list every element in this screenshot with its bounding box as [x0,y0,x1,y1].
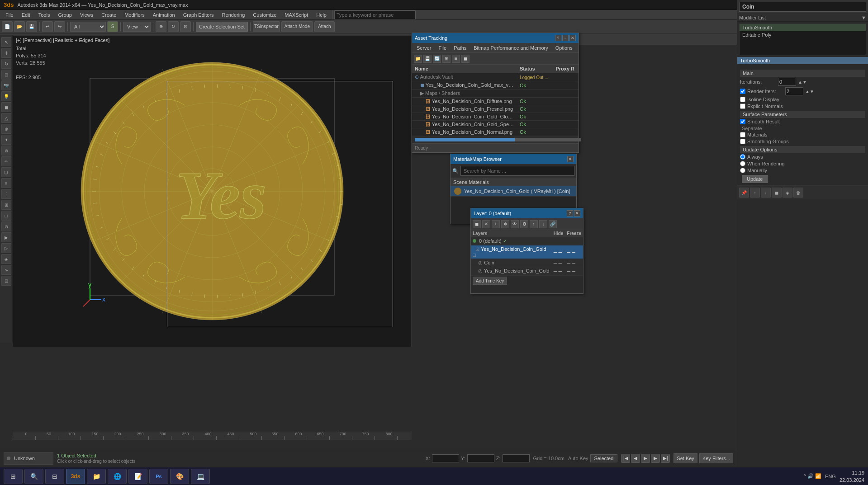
menu-customize[interactable]: Customize [249,11,280,19]
col-status[interactable]: Status [517,65,553,73]
layer-up-btn[interactable]: ↑ [530,220,538,228]
taskbar-view-btn[interactable]: ⊟ [45,469,64,484]
menu-graph-editors[interactable]: Graph Editors [180,11,218,19]
go-start-btn[interactable]: |◀ [621,454,630,463]
remove-mod-btn[interactable]: 🗑 [793,188,803,198]
col-hide[interactable]: Hide [552,230,565,237]
next-key-btn[interactable]: ▶ [651,454,660,463]
coin-gold-sub-freeze[interactable]: ─ ─ [565,267,583,275]
new-btn[interactable]: 📄 [2,21,13,32]
move-mod-down-btn[interactable]: ↓ [761,188,771,198]
lt-geo[interactable]: ◼ [1,102,11,112]
smooth-result-checkbox[interactable] [740,119,745,124]
render-iters-stepper[interactable]: ▲▼ [805,89,814,94]
asset-tb3[interactable]: 🔄 [433,55,441,63]
lt-render[interactable]: ▶ [1,232,11,242]
lt-quick-render[interactable]: ▷ [1,243,11,253]
update-options-section[interactable]: Update Options [740,146,865,153]
lt-space[interactable]: ✦ [1,135,11,145]
key-filters-btn[interactable]: Key Filters... [699,453,733,463]
unknown-panel[interactable]: Unknown [4,452,53,465]
menu-views[interactable]: Views [76,11,97,19]
lt-curve[interactable]: ∿ [1,265,11,275]
asset-menu-bitmap[interactable]: Bitmap Performance and Memory [471,44,550,52]
col-layers[interactable]: Layers [471,230,552,237]
main-viewport[interactable]: [+] [Perspective] [Realistic + Edged Fac… [13,35,412,347]
play-stop-btn[interactable]: ▶ [641,454,650,463]
lt-array[interactable]: ⋮ [1,189,11,199]
smoothing-groups-checkbox[interactable] [740,139,745,144]
asset-tb6[interactable]: ◼ [461,55,470,63]
modifier-dropdown-arrow[interactable]: ▼ [861,15,866,20]
explicit-normals-checkbox[interactable] [740,104,745,109]
z-coord-input[interactable] [503,454,530,462]
taskbar-3dsmax-btn[interactable]: 3ds [66,469,85,484]
lt-light[interactable]: 💡 [1,91,11,101]
lt-helper[interactable]: ⊕ [1,124,11,134]
asset-menu-file[interactable]: File [436,44,449,52]
coin-gold-sub-layer[interactable]: ◎ Yes_No_Decision_Coin_Gold [471,267,552,275]
isoline-checkbox[interactable] [740,97,745,102]
asset-menu-options[interactable]: Options [553,44,575,52]
update-button[interactable]: Update [742,175,768,183]
open-btn[interactable]: 📂 [14,21,25,32]
layer-link-btn[interactable]: 🔗 [549,220,557,228]
layer-add-btn[interactable]: + [492,220,500,228]
attach-btn[interactable]: Attach [314,21,335,32]
add-time-key-btn[interactable]: Add Time Key [473,277,507,285]
lt-camera[interactable]: 📷 [1,80,11,90]
asset-help-btn[interactable]: ? [555,35,561,41]
save-btn[interactable]: 💾 [26,21,37,32]
layer-settings-btn[interactable]: ⚙ [520,220,528,228]
layer-freeze-btn[interactable]: ❄ [501,220,509,228]
taskbar-ps-btn[interactable]: Ps [149,469,168,484]
move-btn[interactable]: ⊕ [156,21,166,32]
menu-animation[interactable]: Animation [149,11,179,19]
default-hide[interactable] [552,237,565,245]
asset-tb4[interactable]: ⊞ [442,55,451,63]
col-proxy[interactable]: Proxy R [553,65,579,73]
layer-select-objs-btn[interactable]: ◼ [473,220,481,228]
material-item[interactable]: Yes_No_Decision_Coin_Gold ( VRayMtl ) [C… [451,186,576,197]
scale-btn[interactable]: ⊡ [180,21,191,32]
coin-hide[interactable]: ─ ─ [552,259,565,267]
asset-panel-titlebar[interactable]: Asset Tracking ? − ✕ [412,33,579,43]
layer-help-btn[interactable]: ? [567,210,573,217]
material-close-btn[interactable]: ✕ [567,156,574,162]
selection-filter-dropdown[interactable]: All Geometry Shapes [70,22,106,32]
lt-scale[interactable]: ⊡ [1,70,11,80]
set-key-btn[interactable]: Set Key [674,453,697,463]
iterations-input[interactable] [778,78,796,86]
y-coord-input[interactable] [467,454,494,462]
iterations-stepper[interactable]: ▲▼ [798,80,807,85]
rotate-btn[interactable]: ↻ [168,21,179,32]
lt-shape[interactable]: △ [1,113,11,123]
help-search-input[interactable] [334,10,416,19]
lt-align[interactable]: ≡ [1,178,11,188]
taskbar-chrome-btn[interactable]: 🌐 [108,469,127,484]
start-btn[interactable]: ⊞ [4,469,23,484]
editable-poly-modifier[interactable]: Editable Poly [740,31,866,38]
taskbar-app2[interactable]: 💻 [191,469,210,484]
scene-materials-header[interactable]: Scene Materials [451,178,576,186]
viewport-mode-dropdown[interactable]: View Select Move [123,22,151,32]
taskbar-app1[interactable]: 🎨 [170,469,189,484]
turbsmooth-modifier[interactable]: TurboSmooth [740,24,866,31]
menu-file[interactable]: File [2,11,17,19]
taskbar-notepad-btn[interactable]: 📝 [128,469,147,484]
asset-menu-paths[interactable]: Paths [451,44,469,52]
default-layer[interactable]: 0 (default) ✓ [471,237,552,245]
when-rendering-radio[interactable] [740,161,745,166]
lt-layer[interactable]: ⊞ [1,200,11,210]
object-name-input[interactable] [739,2,866,12]
col-name[interactable]: Name [412,65,517,73]
select-obj-btn[interactable]: S [107,21,118,32]
attach-mode-btn[interactable]: Attach Mode [281,21,313,32]
render-iters-checkbox[interactable] [740,89,745,94]
menu-tools[interactable]: Tools [35,11,54,19]
coin-gold-sub-hide[interactable]: ─ ─ [552,267,565,275]
coin-layer[interactable]: ◎ Coin [471,259,552,267]
coin-gold-hide[interactable]: ─ ─ [552,245,565,259]
layer-hide-btn[interactable]: 👁 [511,220,519,228]
menu-modifiers[interactable]: Modifiers [121,11,148,19]
